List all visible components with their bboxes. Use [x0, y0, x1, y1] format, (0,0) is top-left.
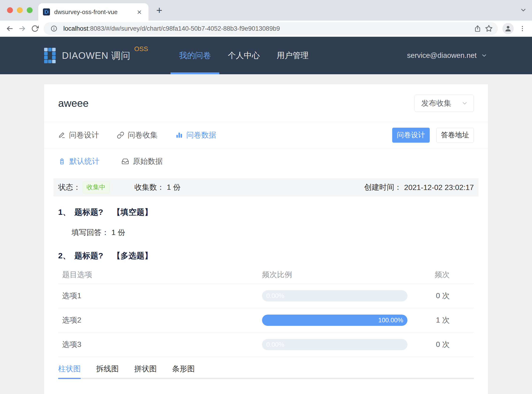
- progress-bar: 0.00%: [262, 339, 407, 350]
- account-email: service@diaowen.net: [407, 51, 477, 60]
- question-type: 【填空题】: [113, 207, 153, 218]
- brand-oss-badge: OSS: [134, 45, 148, 53]
- link-icon: [117, 131, 124, 139]
- tab-survey-data[interactable]: 问卷数据: [176, 130, 216, 140]
- app-header: DIAOWEN 调问 OSS 我的问卷 个人中心 用户管理 service@di…: [0, 37, 532, 74]
- chart-tab-pie[interactable]: 拼状图: [134, 364, 157, 374]
- status-bar: 状态： 收集中 收集数： 1 份 创建时间： 2021-12-02 23:02:…: [53, 178, 479, 197]
- brand[interactable]: DIAOWEN 调问 OSS: [44, 48, 148, 63]
- nav-item-my-surveys[interactable]: 我的问卷: [170, 37, 219, 74]
- publish-collect-select[interactable]: 发布收集: [415, 95, 474, 112]
- browser-tabstrip: dwsurvey-oss-front-vue × +: [0, 0, 532, 21]
- chevron-down-icon: [461, 100, 468, 107]
- chart-tab-active-underline: [58, 378, 81, 379]
- option-label: 选项3: [58, 339, 262, 350]
- tab-label: 问卷收集: [128, 130, 158, 140]
- column-header-count: 频次: [407, 270, 474, 280]
- option-count: 1 次: [407, 315, 474, 325]
- tab-close-icon[interactable]: ×: [135, 7, 144, 16]
- created-value: 2021-12-02 23:02:17: [404, 183, 474, 192]
- survey-tabs-row: 问卷设计 问卷收集 问卷数据 问卷设计 答卷地址: [44, 122, 488, 148]
- bar-percent-label: 0.00%: [266, 341, 284, 348]
- tab-survey-collect[interactable]: 问卷收集: [117, 130, 158, 140]
- tab-label: 问卷数据: [186, 130, 216, 140]
- tab-search-chevron-icon[interactable]: [520, 7, 527, 14]
- share-icon[interactable]: [472, 23, 483, 34]
- survey-design-button[interactable]: 问卷设计: [392, 128, 430, 143]
- site-info-icon[interactable]: [48, 23, 60, 34]
- chart-type-tabs: 柱状图 拆线图 拼状图 条形图: [58, 357, 474, 379]
- url-host: localhost: [63, 25, 88, 32]
- status-label: 状态：: [58, 182, 81, 192]
- bar-percent-label: 100.00%: [378, 316, 403, 324]
- bar-percent-label: 0.00%: [266, 292, 284, 299]
- reload-icon[interactable]: [29, 22, 41, 35]
- subtab-label: 原始数据: [133, 156, 163, 166]
- question-1-title: 1、 题标题? 【填空题】: [58, 207, 474, 218]
- table-row: 选项2 100.00% 1 次: [58, 308, 474, 332]
- collected-label: 收集数：: [134, 182, 165, 192]
- answer-url-button[interactable]: 答卷地址: [436, 128, 474, 143]
- nav-label: 用户管理: [277, 50, 309, 61]
- window-zoom-button[interactable]: [27, 7, 33, 13]
- survey-title: aweee: [58, 98, 89, 109]
- table-header-row: 题目选项 频次比例 频次: [58, 266, 474, 284]
- question-index: 2、: [58, 250, 71, 261]
- status-badge: 收集中: [83, 181, 110, 193]
- browser-tab[interactable]: dwsurvey-oss-front-vue ×: [38, 3, 149, 21]
- chart-tab-track: [58, 378, 474, 379]
- column-header-ratio: 频次比例: [262, 270, 407, 280]
- table-row: 选项1 0.00% 0 次: [58, 284, 474, 308]
- subtab-raw-data[interactable]: 原始数据: [122, 156, 163, 166]
- created-label: 创建时间：: [364, 182, 402, 192]
- account-menu[interactable]: service@diaowen.net: [407, 51, 487, 60]
- card-header: aweee 发布收集: [44, 84, 488, 122]
- question-text: 题标题?: [74, 207, 103, 218]
- column-header-option: 题目选项: [58, 270, 262, 280]
- nav-active-underline: [170, 72, 219, 74]
- nav-item-personal-center[interactable]: 个人中心: [219, 37, 268, 74]
- data-subtabs-row: 默认统计 原始数据: [44, 148, 488, 175]
- chart-tab-column[interactable]: 柱状图: [58, 364, 81, 374]
- nav-label: 个人中心: [228, 50, 260, 61]
- chevron-down-icon: [481, 52, 487, 59]
- survey-card: aweee 发布收集 问卷设计 问卷收集: [44, 84, 488, 394]
- progress-bar: 100.00%: [262, 315, 407, 326]
- brand-name: DIAOWEN 调问: [62, 49, 130, 62]
- answer-value: 1 份: [112, 228, 125, 238]
- question-2-stats-table: 题目选项 频次比例 频次 选项1 0.00% 0 次 选项2 100.00% 1…: [58, 266, 474, 357]
- chart-tab-bar[interactable]: 条形图: [172, 364, 195, 374]
- inbox-icon: [122, 158, 129, 165]
- browser-menu-icon[interactable]: [516, 22, 529, 35]
- diaowen-logo-icon: [44, 48, 57, 63]
- subtab-default-stats[interactable]: 默认统计: [58, 156, 100, 166]
- question-index: 1、: [58, 207, 71, 218]
- chart-tab-list: 柱状图 拆线图 拼状图 条形图: [58, 360, 474, 378]
- browser-profile-avatar[interactable]: [502, 23, 514, 34]
- window-close-button[interactable]: [7, 7, 13, 13]
- bar-chart-icon: [176, 131, 183, 139]
- question-1-answer-row: 填写回答： 1 份: [72, 228, 474, 238]
- option-count: 0 次: [407, 291, 474, 301]
- question-2-title: 2、 题标题? 【多选题】: [58, 250, 474, 261]
- nav-label: 我的问卷: [179, 50, 211, 61]
- bookmark-star-icon[interactable]: [483, 23, 495, 34]
- question-text: 题标题?: [74, 250, 103, 261]
- tab-survey-design[interactable]: 问卷设计: [58, 130, 99, 140]
- url-text[interactable]: localhost:8083/#/dw/survey/d/chart/c98fa…: [63, 25, 472, 32]
- table-row: 选项3 0.00% 0 次: [58, 332, 474, 357]
- option-label: 选项1: [58, 291, 262, 301]
- window-minimize-button[interactable]: [17, 7, 23, 13]
- nav-item-user-management[interactable]: 用户管理: [268, 37, 317, 74]
- publish-collect-value: 发布收集: [421, 98, 451, 109]
- forward-icon[interactable]: [16, 22, 29, 35]
- back-icon[interactable]: [3, 22, 16, 35]
- main-nav: 我的问卷 个人中心 用户管理: [170, 37, 317, 74]
- favicon: [43, 8, 50, 16]
- progress-bar: 0.00%: [262, 290, 407, 301]
- option-label: 选项2: [58, 315, 262, 325]
- subtab-label: 默认统计: [69, 156, 100, 166]
- new-tab-button[interactable]: +: [154, 5, 165, 16]
- chart-tab-line[interactable]: 拆线图: [96, 364, 119, 374]
- address-bar[interactable]: localhost:8083/#/dw/survey/d/chart/c98fa…: [44, 22, 498, 35]
